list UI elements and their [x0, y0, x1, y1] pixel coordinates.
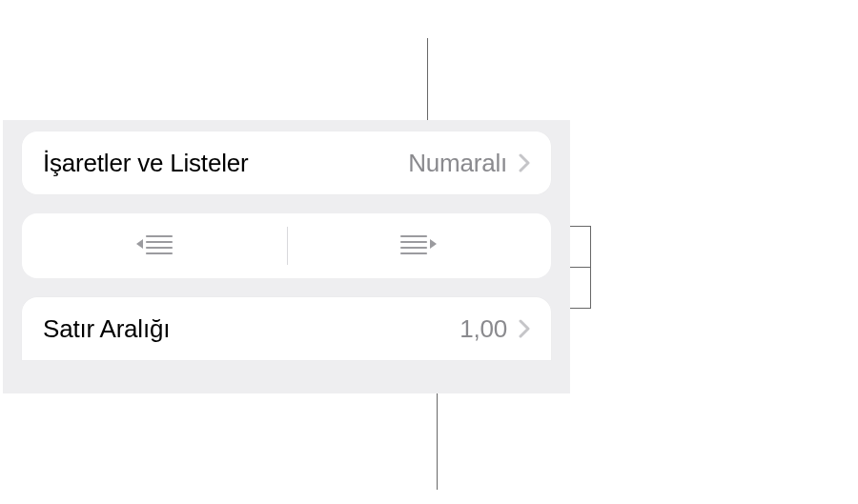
line-spacing-row[interactable]: Satır Aralığı 1,00 [22, 297, 551, 360]
indent-icon [398, 231, 439, 261]
callout-bracket-bottom [570, 308, 591, 309]
bullets-and-lists-label: İşaretler ve Listeler [43, 149, 408, 178]
indent-segmented-control [22, 213, 551, 278]
callout-bracket-top [570, 226, 591, 227]
bullets-and-lists-value: Numaralı [408, 149, 507, 178]
outdent-icon [133, 231, 175, 261]
bullets-and-lists-row[interactable]: İşaretler ve Listeler Numaralı [22, 131, 551, 194]
indent-button[interactable] [287, 213, 552, 278]
outdent-button[interactable] [22, 213, 287, 278]
line-spacing-value: 1,00 [460, 314, 507, 344]
format-panel: İşaretler ve Listeler Numaralı [3, 120, 570, 393]
chevron-right-icon [519, 319, 530, 338]
line-spacing-label: Satır Aralığı [43, 314, 460, 344]
chevron-right-icon [519, 153, 530, 172]
svg-marker-4 [136, 239, 143, 249]
callout-bracket-mid [570, 267, 591, 268]
svg-marker-9 [430, 239, 437, 249]
